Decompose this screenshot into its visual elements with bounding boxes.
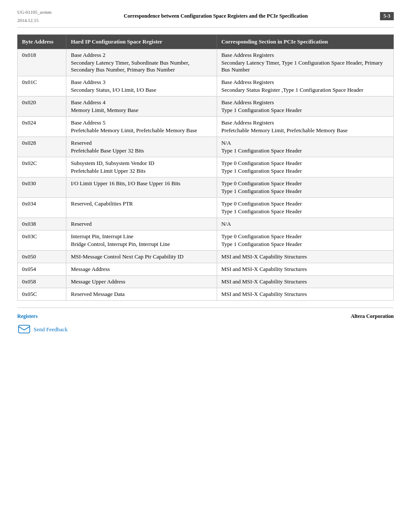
cell-hard-ip: Base Address 2Secondary Latency Timer, S… bbox=[66, 49, 217, 76]
cell-corresponding: Base Address RegistersSecondary Latency … bbox=[217, 49, 393, 76]
feedback-icon bbox=[18, 325, 30, 334]
cell-byte-address: 0x038 bbox=[18, 218, 66, 230]
cell-byte-address: 0x01C bbox=[18, 76, 66, 96]
table-row: 0x01CBase Address 3Secondary Status, I/O… bbox=[18, 76, 394, 96]
cell-corresponding: Type 0 Configuration Space HeaderType 1 … bbox=[217, 230, 393, 251]
cell-corresponding: Base Address RegistersType 1 Configurati… bbox=[217, 96, 393, 117]
cell-corresponding: Type 0 Configuration Space HeaderType 1 … bbox=[217, 198, 393, 218]
cell-byte-address: 0x030 bbox=[18, 177, 66, 198]
doc-id: UG-01105_avmm bbox=[17, 9, 52, 16]
cell-byte-address: 0x02C bbox=[18, 157, 66, 177]
cell-byte-address: 0x050 bbox=[18, 251, 66, 263]
col-header-byte: Byte Address bbox=[18, 35, 66, 49]
cell-hard-ip: Reserved, Capabilities PTR bbox=[66, 198, 217, 218]
table-row: 0x058Message Upper AddressMSI and MSI-X … bbox=[18, 276, 394, 288]
cell-hard-ip: Base Address 3Secondary Status, I/O Limi… bbox=[66, 76, 217, 96]
col-header-corresponding: Corresponding Section in PCIe Specificat… bbox=[217, 35, 393, 49]
cell-byte-address: 0x058 bbox=[18, 276, 66, 288]
doc-date: 2014.12.15 bbox=[17, 17, 52, 24]
table-row: 0x028ReservedPrefetchable Base Upper 32 … bbox=[18, 137, 394, 157]
table-row: 0x020Base Address 4Memory Limit, Memory … bbox=[18, 96, 394, 117]
cell-hard-ip: Reserved bbox=[66, 218, 217, 230]
cell-byte-address: 0x054 bbox=[18, 263, 66, 276]
cell-byte-address: 0x020 bbox=[18, 96, 66, 117]
cell-corresponding: MSI and MSI-X Capability Structures bbox=[217, 251, 393, 263]
cell-byte-address: 0x024 bbox=[18, 117, 66, 137]
table-row: 0x030I/O Limit Upper 16 Bits, I/O Base U… bbox=[18, 177, 394, 198]
cell-hard-ip: Message Address bbox=[66, 263, 217, 276]
table-row: 0x038ReservedN/A bbox=[18, 218, 394, 230]
footer-company-label: Altera Corporation bbox=[351, 313, 394, 320]
cell-hard-ip: Subsystem ID, Subsystem Vendor IDPrefetc… bbox=[66, 157, 217, 177]
feedback-link[interactable]: Send Feedback bbox=[34, 326, 68, 333]
cell-corresponding: N/A bbox=[217, 218, 393, 230]
feedback-section[interactable]: Send Feedback bbox=[17, 325, 394, 334]
table-row: 0x05CReserved Message DataMSI and MSI-X … bbox=[18, 288, 394, 301]
cell-hard-ip: Interrupt Pin, Interrupt LineBridge Cont… bbox=[66, 230, 217, 251]
page-title: Correspondence between Configuration Spa… bbox=[52, 13, 380, 19]
doc-info: UG-01105_avmm 2014.12.15 bbox=[17, 9, 52, 24]
cell-byte-address: 0x028 bbox=[18, 137, 66, 157]
cell-corresponding: MSI and MSI-X Capability Structures bbox=[217, 288, 393, 301]
table-row: 0x024Base Address 5Prefetchable Memory L… bbox=[18, 117, 394, 137]
cell-corresponding: MSI and MSI-X Capability Structures bbox=[217, 276, 393, 288]
cell-byte-address: 0x05C bbox=[18, 288, 66, 301]
page: UG-01105_avmm 2014.12.15 Correspondence … bbox=[0, 0, 411, 343]
cell-hard-ip: Base Address 5Prefetchable Memory Limit,… bbox=[66, 117, 217, 137]
col-header-hard-ip: Hard IP Configuration Space Register bbox=[66, 35, 217, 49]
cell-hard-ip: ReservedPrefetchable Base Upper 32 Bits bbox=[66, 137, 217, 157]
table-row: 0x034Reserved, Capabilities PTRType 0 Co… bbox=[18, 198, 394, 218]
page-footer: Registers Altera Corporation bbox=[17, 308, 394, 320]
cell-corresponding: Type 0 Configuration Space HeaderType 1 … bbox=[217, 157, 393, 177]
table-row: 0x02CSubsystem ID, Subsystem Vendor IDPr… bbox=[18, 157, 394, 177]
table-row: 0x050MSI-Message Control Next Cap Ptr Ca… bbox=[18, 251, 394, 263]
cell-corresponding: MSI and MSI-X Capability Structures bbox=[217, 263, 393, 276]
table-row: 0x018Base Address 2Secondary Latency Tim… bbox=[18, 49, 394, 76]
cell-corresponding: N/AType 1 Configuration Space Header bbox=[217, 137, 393, 157]
table-row: 0x03CInterrupt Pin, Interrupt LineBridge… bbox=[18, 230, 394, 251]
cell-byte-address: 0x018 bbox=[18, 49, 66, 76]
page-header: UG-01105_avmm 2014.12.15 Correspondence … bbox=[17, 9, 394, 28]
table-header-row: Byte Address Hard IP Configuration Space… bbox=[18, 35, 394, 49]
page-number: 5-3 bbox=[380, 12, 394, 20]
cell-hard-ip: MSI-Message Control Next Cap Ptr Capabil… bbox=[66, 251, 217, 263]
cell-corresponding: Base Address RegistersSecondary Status R… bbox=[217, 76, 393, 96]
cell-hard-ip: Reserved Message Data bbox=[66, 288, 217, 301]
footer-registers-label: Registers bbox=[17, 313, 37, 320]
cell-hard-ip: I/O Limit Upper 16 Bits, I/O Base Upper … bbox=[66, 177, 217, 198]
table-row: 0x054Message AddressMSI and MSI-X Capabi… bbox=[18, 263, 394, 276]
register-table: Byte Address Hard IP Configuration Space… bbox=[17, 34, 394, 301]
cell-hard-ip: Base Address 4Memory Limit, Memory Base bbox=[66, 96, 217, 117]
cell-corresponding: Base Address RegistersPrefetchable Memor… bbox=[217, 117, 393, 137]
cell-byte-address: 0x03C bbox=[18, 230, 66, 251]
cell-corresponding: Type 0 Configuration Space HeaderType 1 … bbox=[217, 177, 393, 198]
svg-rect-0 bbox=[19, 325, 30, 333]
cell-byte-address: 0x034 bbox=[18, 198, 66, 218]
cell-hard-ip: Message Upper Address bbox=[66, 276, 217, 288]
